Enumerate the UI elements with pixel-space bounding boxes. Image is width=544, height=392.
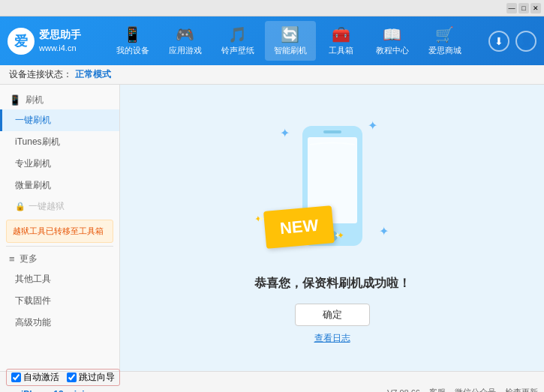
sidebar-divider bbox=[6, 246, 113, 247]
device-name: iPhone 12 mini bbox=[21, 389, 85, 392]
logo-icon: 爱 bbox=[8, 28, 35, 55]
nav-label-tutorial: 教程中心 bbox=[376, 45, 409, 56]
lock-icon: 🔒 bbox=[15, 202, 26, 211]
sidebar-item-jailbreak: 🔒 一键越狱 bbox=[0, 196, 119, 217]
nav-label-app-game: 应用游戏 bbox=[169, 45, 202, 56]
link-check-update[interactable]: 检查更新 bbox=[505, 387, 538, 392]
sidebar-item-one-key[interactable]: 一键刷机 bbox=[0, 109, 119, 131]
sparkle-2: ✦ bbox=[368, 118, 377, 133]
more-section-icon: ≡ bbox=[9, 253, 15, 265]
sidebar: 📱 刷机 一键刷机 iTunes刷机 专业刷机 微量刷机 🔒 一键越狱 越狱工具… bbox=[0, 85, 120, 371]
status-bar: 设备连接状态： 正常模式 bbox=[0, 65, 544, 85]
device-icon: 📱 bbox=[123, 25, 142, 43]
bottom-section: 自动激活 跳过向导 📱 iPhone 12 mini 64GB Down-12m… bbox=[0, 371, 544, 392]
flash-section-icon: 📱 bbox=[9, 94, 21, 106]
back-link[interactable]: 查看日志 bbox=[314, 332, 350, 345]
skip-guide-label: 跳过向导 bbox=[79, 371, 115, 384]
sparkle-1: ✦ bbox=[280, 126, 290, 140]
nav-item-ringtone[interactable]: 🎵 铃声壁纸 bbox=[212, 21, 263, 61]
nav-label-shop: 爱思商城 bbox=[428, 45, 461, 56]
sidebar-warning: 越狱工具已转移至工具箱 bbox=[6, 220, 113, 243]
title-bar: — □ ✕ bbox=[0, 0, 544, 16]
top-nav: 爱 爱思助手 www.i4.cn 📱 我的设备 🎮 应用游戏 🎵 铃声壁纸 🔄 … bbox=[0, 16, 544, 65]
logo-text: 爱思助手 www.i4.cn bbox=[39, 28, 81, 54]
sparkle-3: ✦ bbox=[379, 224, 389, 238]
auto-send-label: 自动激活 bbox=[23, 371, 59, 384]
nav-item-my-device[interactable]: 📱 我的设备 bbox=[107, 21, 158, 61]
success-illustration: ✦ ✦ ✦ ✦ bbox=[272, 111, 392, 261]
skip-guide-input[interactable] bbox=[67, 373, 77, 382]
close-button[interactable]: ✕ bbox=[530, 3, 541, 13]
phone-container: ✦ ✦ ✦ ✦ bbox=[272, 111, 392, 261]
skip-guide-checkbox[interactable]: 跳过向导 bbox=[67, 371, 115, 384]
jailbreak-label: 一键越狱 bbox=[29, 200, 65, 213]
flash-section-header: 📱 刷机 bbox=[0, 91, 119, 109]
maximize-button[interactable]: □ bbox=[518, 3, 529, 13]
bottom-right: V7.98.66 客服 微信公众号 检查更新 bbox=[387, 387, 538, 392]
svg-rect-3 bbox=[323, 130, 341, 133]
nav-item-toolbox[interactable]: 🧰 工具箱 bbox=[317, 21, 365, 61]
toolbox-icon: 🧰 bbox=[332, 25, 350, 43]
nav-item-tutorial[interactable]: 📖 教程中心 bbox=[367, 21, 418, 61]
more-section-header: ≡ 更多 bbox=[0, 250, 119, 268]
shop-icon: 🛒 bbox=[435, 25, 454, 43]
download-button[interactable]: ⬇ bbox=[488, 31, 509, 52]
brand-name: 爱思助手 bbox=[39, 28, 81, 43]
user-button[interactable]: 👤 bbox=[515, 31, 536, 52]
nav-label-smart-flash: 智能刷机 bbox=[274, 45, 307, 56]
status-label: 设备连接状态： bbox=[9, 68, 72, 81]
flash-icon: 🔄 bbox=[281, 25, 299, 43]
nav-items: 📱 我的设备 🎮 应用游戏 🎵 铃声壁纸 🔄 智能刷机 🧰 工具箱 📖 教程中心… bbox=[96, 21, 481, 61]
logo: 爱 爱思助手 www.i4.cn bbox=[8, 28, 81, 55]
confirm-button[interactable]: 确定 bbox=[295, 304, 370, 326]
auto-send-checkbox[interactable]: 自动激活 bbox=[11, 371, 59, 384]
new-badge-text: NEW bbox=[278, 216, 318, 238]
success-text: 恭喜您，保资料刷机成功啦！ bbox=[254, 276, 410, 292]
nav-item-smart-flash[interactable]: 🔄 智能刷机 bbox=[265, 21, 316, 61]
auto-send-input[interactable] bbox=[11, 373, 21, 382]
nav-right: ⬇ 👤 bbox=[488, 31, 536, 52]
ringtone-icon: 🎵 bbox=[228, 25, 247, 43]
sidebar-item-download-fw[interactable]: 下载固件 bbox=[0, 290, 119, 312]
main-content: ✦ ✦ ✦ ✦ bbox=[120, 85, 544, 371]
link-customer[interactable]: 客服 bbox=[429, 387, 446, 392]
link-wechat[interactable]: 微信公众号 bbox=[455, 387, 496, 392]
main-layout: 📱 刷机 一键刷机 iTunes刷机 专业刷机 微量刷机 🔒 一键越狱 越狱工具… bbox=[0, 85, 544, 371]
sidebar-item-micro[interactable]: 微量刷机 bbox=[0, 175, 119, 196]
nav-item-app-game[interactable]: 🎮 应用游戏 bbox=[160, 21, 211, 61]
status-value: 正常模式 bbox=[75, 68, 111, 81]
sidebar-item-other-tools[interactable]: 其他工具 bbox=[0, 268, 119, 290]
sidebar-item-itunes[interactable]: iTunes刷机 bbox=[0, 131, 119, 153]
app-icon: 🎮 bbox=[176, 25, 194, 43]
nav-label-toolbox: 工具箱 bbox=[329, 45, 353, 56]
nav-item-shop[interactable]: 🛒 爱思商城 bbox=[419, 21, 470, 61]
nav-label-my-device: 我的设备 bbox=[116, 45, 149, 56]
brand-url: www.i4.cn bbox=[39, 43, 81, 54]
more-section-label: 更多 bbox=[20, 253, 38, 265]
flash-section-label: 刷机 bbox=[26, 94, 44, 106]
new-badge: ✦ NEW ✦ bbox=[263, 205, 334, 249]
tutorial-icon: 📖 bbox=[383, 25, 401, 43]
sidebar-item-pro[interactable]: 专业刷机 bbox=[0, 153, 119, 175]
version-text: V7.98.66 bbox=[387, 388, 420, 393]
sidebar-item-advanced[interactable]: 高级功能 bbox=[0, 312, 119, 334]
nav-label-ringtone: 铃声壁纸 bbox=[221, 45, 254, 56]
minimize-button[interactable]: — bbox=[506, 3, 517, 13]
